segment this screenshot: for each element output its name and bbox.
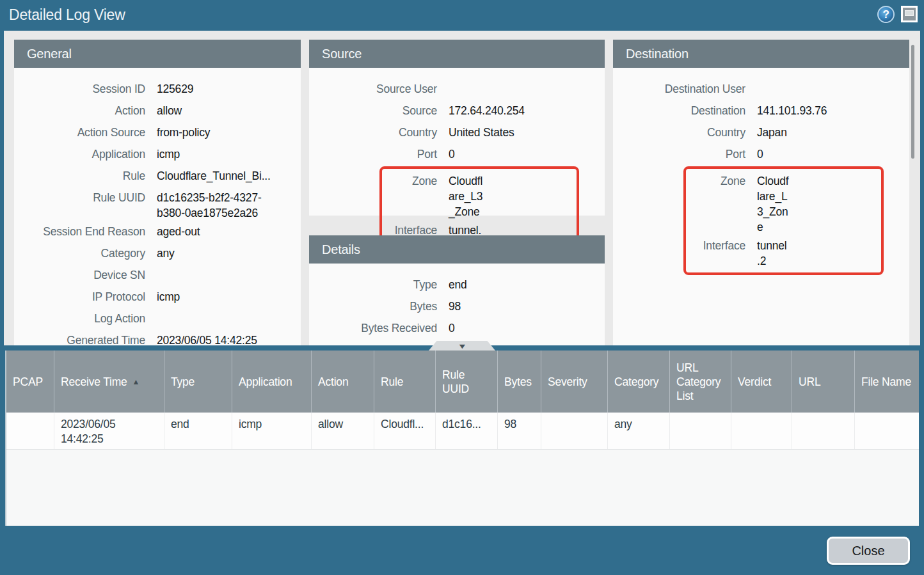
field-value: Cloudflare_L3_Zone (449, 173, 484, 219)
column-header-url[interactable]: URL (792, 351, 854, 413)
table-row[interactable]: 2023/06/05 14:42:25endicmpallowCloudfl..… (6, 413, 919, 450)
field-label: IP Protocol (14, 289, 145, 308)
field-label: Type (309, 277, 437, 295)
field-row-action: Actionallow (14, 100, 301, 122)
column-header-label: Bytes (504, 375, 532, 389)
field-label: Session ID (14, 81, 145, 100)
field-label: Source (309, 103, 437, 122)
column-header-action[interactable]: Action (311, 351, 374, 413)
field-label: Generated Time (14, 333, 145, 345)
dialog-title: Detailed Log View (9, 6, 125, 24)
source-panel-body: Source UserSource172.64.240.254CountryUn… (309, 69, 605, 260)
column-header-file-name[interactable]: File Name (854, 351, 919, 413)
field-label: Log Action (14, 311, 145, 329)
field-value: Cloudflare_L3_Zone (757, 173, 789, 235)
log-detail-content: General Session ID125629ActionallowActio… (4, 31, 920, 345)
field-label: Country (613, 125, 745, 143)
field-label: Source User (309, 81, 437, 100)
help-icon[interactable]: ? (877, 6, 895, 23)
table-cell-rule-uuid: d1c16... (435, 413, 497, 449)
titlebar: Detailed Log View ? (0, 0, 924, 31)
column-header-label: Type (171, 375, 195, 389)
general-panel-header: General (14, 40, 301, 68)
column-header-label: File Name (861, 375, 911, 389)
field-row-zone: ZoneCloudflare_L3_Zone (690, 170, 877, 235)
field-label: Category (14, 246, 145, 264)
field-label: Application (14, 146, 145, 165)
field-label: Destination User (613, 81, 745, 100)
field-value: 2023/06/05 14:42:25 (157, 333, 257, 345)
table-cell-category: any (607, 413, 669, 449)
column-header-receive-time[interactable]: Receive Time▲ (54, 351, 164, 413)
field-value: end (449, 277, 467, 295)
field-row-country: CountryJapan (613, 122, 909, 143)
table-cell-verdict (731, 413, 792, 449)
field-label: Destination (613, 103, 745, 122)
field-value: aged-out (157, 224, 200, 242)
details-panel-header: Details (309, 235, 605, 264)
field-value: d1c16235-b2f2-4327-b380-0ae1875e2a26 (157, 190, 289, 221)
column-header-label: URL Category List (676, 361, 724, 403)
field-value: tunnel.2 (757, 238, 789, 269)
field-row-rule: RuleCloudflare_Tunnel_Bi... (14, 165, 301, 187)
field-row-interface: Interfacetunnel.2 (690, 235, 877, 269)
column-header-rule-uuid[interactable]: Rule UUID (435, 351, 497, 413)
field-label: Port (309, 146, 437, 165)
column-header-type[interactable]: Type (164, 351, 232, 413)
general-panel-body: Session ID125629ActionallowAction Source… (14, 69, 301, 345)
field-value: Cloudflare_Tunnel_Bi... (157, 168, 271, 187)
field-label: Rule UUID (14, 190, 145, 221)
window-restore-icon[interactable] (901, 6, 918, 22)
field-row-session-id: Session ID125629 (14, 78, 301, 100)
field-row-port: Port0 (613, 143, 909, 165)
field-row-device-sn: Device SN (14, 264, 301, 286)
field-label: Action (14, 103, 145, 122)
field-row-type: Typeend (309, 274, 605, 295)
field-label: Zone (386, 173, 437, 219)
close-button[interactable]: Close (827, 537, 910, 565)
field-row-destination: Destination141.101.93.76 (613, 100, 909, 122)
column-header-severity[interactable]: Severity (541, 351, 607, 413)
field-value: from-policy (157, 125, 210, 143)
field-label: Rule (14, 168, 145, 187)
field-row-ip-protocol: IP Protocolicmp (14, 286, 301, 308)
table-cell-url-category-list (669, 413, 731, 449)
field-row-country: CountryUnited States (309, 122, 605, 143)
column-header-label: Category (614, 375, 658, 389)
column-header-bytes[interactable]: Bytes (497, 351, 541, 413)
field-row-source: Source172.64.240.254 (309, 100, 605, 122)
column-header-url-category-list[interactable]: URL Category List (669, 351, 731, 413)
general-panel: General Session ID125629ActionallowActio… (14, 40, 301, 345)
column-header-category[interactable]: Category (607, 351, 669, 413)
field-value: 125629 (157, 81, 193, 100)
field-value: 0 (449, 146, 455, 165)
column-header-label: Rule UUID (442, 368, 491, 396)
field-label: Interface (690, 238, 745, 269)
table-cell-pcap (6, 413, 54, 449)
field-label: Port (613, 146, 745, 165)
field-row-rule-uuid: Rule UUIDd1c16235-b2f2-4327-b380-0ae1875… (14, 187, 301, 221)
field-label: Bytes (309, 299, 437, 317)
column-header-rule[interactable]: Rule (374, 351, 435, 413)
field-value: Japan (757, 125, 787, 143)
details-panel-body: TypeendBytes98Bytes Received0 (309, 265, 605, 339)
field-value: 0 (449, 320, 455, 339)
chevron-down-icon: ▼ (458, 343, 467, 349)
column-header-verdict[interactable]: Verdict (731, 351, 792, 413)
table-cell-application: icmp (232, 413, 311, 449)
table-cell-url (792, 413, 854, 449)
vertical-scrollbar-thumb[interactable] (911, 45, 914, 159)
column-header-label: Rule (381, 375, 403, 389)
field-value: 0 (757, 146, 763, 165)
column-header-application[interactable]: Application (232, 351, 311, 413)
column-header-label: Receive Time (61, 375, 127, 389)
table-cell-bytes: 98 (497, 413, 541, 449)
collapse-table-handle[interactable]: ▼ (429, 341, 495, 351)
field-value: icmp (157, 146, 180, 165)
field-row-bytes-received: Bytes Received0 (309, 317, 605, 339)
column-header-pcap[interactable]: PCAP (6, 351, 54, 413)
column-header-label: Verdict (738, 375, 771, 389)
field-row-bytes: Bytes98 (309, 295, 605, 317)
field-row-log-action: Log Action (14, 308, 301, 329)
destination-panel: Destination Destination UserDestination1… (613, 40, 909, 345)
